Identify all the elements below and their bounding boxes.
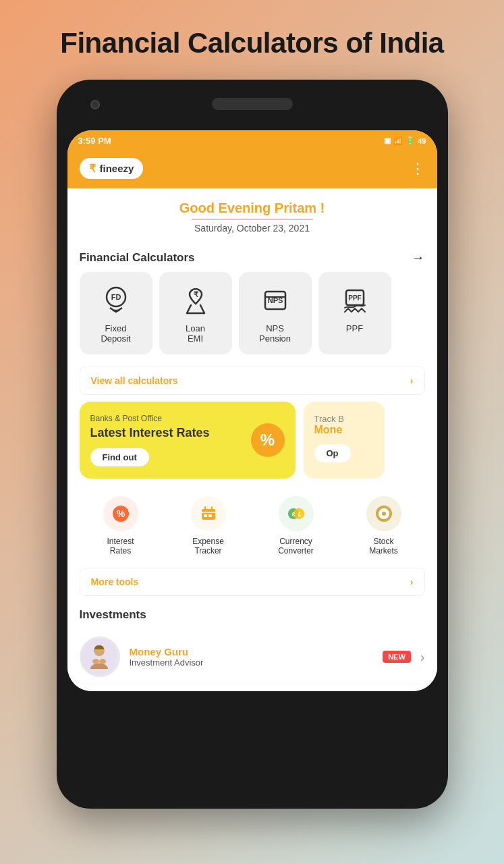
svg-text:%: % <box>116 508 125 519</box>
banner-percent-icon: % <box>251 423 285 457</box>
signal-icon: 📶 <box>393 136 403 145</box>
stock-markets-label: StockMarkets <box>369 537 398 556</box>
investments-section: Investments <box>80 601 425 691</box>
svg-rect-15 <box>208 514 212 517</box>
more-tools-label: More tools <box>91 576 139 587</box>
greeting-underline <box>192 219 313 220</box>
battery-level: 49 <box>418 137 426 145</box>
svg-text:₹: ₹ <box>193 290 198 298</box>
page-title: Financial Calculators of India <box>40 0 464 80</box>
nps-label: NPSPension <box>259 323 291 344</box>
phone-shell: 3:59 PM ▣ 📶 🔋 49 ₹ fineezy ⋮ Good Evenin… <box>57 80 448 809</box>
currency-converter-label: CurrencyConverter <box>278 537 314 556</box>
banner-card-track[interactable]: Track B Mone Op <box>304 402 385 479</box>
status-icons: ▣ 📶 🔋 49 <box>384 136 426 145</box>
banner-card-2-title: Mone <box>314 424 374 436</box>
svg-text:£: £ <box>298 511 301 518</box>
investment-chevron-icon[interactable]: › <box>420 649 425 665</box>
ppf-label: PPF <box>346 323 363 333</box>
banner-findout-button[interactable]: Find out <box>90 448 149 466</box>
investments-title: Investments <box>80 608 425 622</box>
svg-rect-14 <box>204 514 207 517</box>
interest-rates-icon: % <box>103 496 138 531</box>
svg-text:PPF: PPF <box>348 294 361 302</box>
investment-desc: Investment Advisor <box>130 657 374 668</box>
content-area: Good Evening Pritam ! Saturday, October … <box>67 188 437 691</box>
banner-subtitle: Banks & Post Office <box>90 414 285 423</box>
battery-icon: 🔋 <box>405 136 415 145</box>
tool-currency-converter[interactable]: € £ CurrencyConverter <box>255 496 337 556</box>
investment-name: Money Guru <box>130 646 374 657</box>
view-all-calculators-button[interactable]: View all calculators › <box>80 367 425 395</box>
calc-card-nps[interactable]: NPS NPSPension <box>239 272 312 354</box>
loan-icon: ₹ <box>178 283 213 318</box>
svg-text:FD: FD <box>111 293 121 301</box>
svg-text:€: € <box>291 511 295 518</box>
greeting-text: Good Evening Pritam ! <box>80 200 425 216</box>
more-tools-chevron-icon: › <box>410 576 414 587</box>
loan-label: LoanEMI <box>186 323 205 344</box>
calc-card-ppf[interactable]: PPF PPF <box>318 272 391 354</box>
investment-card-money-guru[interactable]: Money Guru Investment Advisor NEW › <box>80 630 425 684</box>
new-badge: NEW <box>383 651 411 663</box>
view-all-chevron-icon: › <box>410 375 414 386</box>
banner-card-interest[interactable]: Banks & Post Office Latest Interest Rate… <box>80 402 296 479</box>
phone-speaker <box>212 98 293 110</box>
view-all-label: View all calculators <box>91 375 178 386</box>
logo-rupee-icon: ₹ <box>89 162 96 175</box>
calc-card-fd[interactable]: FD FixedDeposit <box>80 272 152 354</box>
more-tools-button[interactable]: More tools › <box>80 568 425 596</box>
expense-tracker-label: ExpenseTracker <box>192 537 224 556</box>
logo-text: fineezy <box>100 163 134 174</box>
svg-rect-12 <box>202 509 215 520</box>
status-time: 3:59 PM <box>78 136 111 146</box>
fd-icon: FD <box>99 283 134 318</box>
tools-grid: % InterestRates <box>80 489 425 562</box>
date-text: Saturday, October 23, 2021 <box>80 223 425 234</box>
tool-expense-tracker[interactable]: ExpenseTracker <box>167 496 250 556</box>
logo-badge: ₹ fineezy <box>80 158 144 179</box>
svg-point-30 <box>99 659 106 664</box>
expense-tracker-icon <box>191 496 226 531</box>
calculators-arrow-icon[interactable]: → <box>412 250 425 265</box>
greeting-section: Good Evening Pritam ! Saturday, October … <box>80 188 425 240</box>
calc-card-loan[interactable]: ₹ LoanEMI <box>159 272 232 354</box>
calc-grid: FD FixedDeposit ₹ <box>80 272 425 360</box>
tool-stock-markets[interactable]: StockMarkets <box>343 496 425 556</box>
stock-markets-icon <box>366 496 401 531</box>
calculators-section-header: Financial Calculators → <box>80 240 425 272</box>
investment-info: Money Guru Investment Advisor <box>130 646 374 668</box>
banner-row: Banks & Post Office Latest Interest Rate… <box>80 402 425 479</box>
svg-point-29 <box>92 659 99 664</box>
banner-card-2-subtitle: Track B <box>314 414 374 424</box>
money-guru-avatar <box>80 637 120 677</box>
svg-point-27 <box>81 639 117 675</box>
calculators-title: Financial Calculators <box>80 251 195 265</box>
phone-screen: 3:59 PM ▣ 📶 🔋 49 ₹ fineezy ⋮ Good Evenin… <box>67 130 437 691</box>
phone-camera <box>90 100 100 109</box>
currency-converter-icon: € £ <box>279 496 314 531</box>
wifi-icon: ▣ <box>384 136 391 145</box>
status-bar: 3:59 PM ▣ 📶 🔋 49 <box>67 130 437 151</box>
ppf-icon: PPF <box>337 283 372 318</box>
interest-rates-label: InterestRates <box>107 537 134 556</box>
app-header: ₹ fineezy ⋮ <box>67 151 437 188</box>
nps-icon: NPS <box>258 283 293 318</box>
banner-2-btn[interactable]: Op <box>314 444 351 462</box>
tool-interest-rates[interactable]: % InterestRates <box>80 496 162 556</box>
fd-label: FixedDeposit <box>101 323 130 344</box>
menu-button[interactable]: ⋮ <box>410 160 425 178</box>
svg-point-22 <box>382 512 386 516</box>
